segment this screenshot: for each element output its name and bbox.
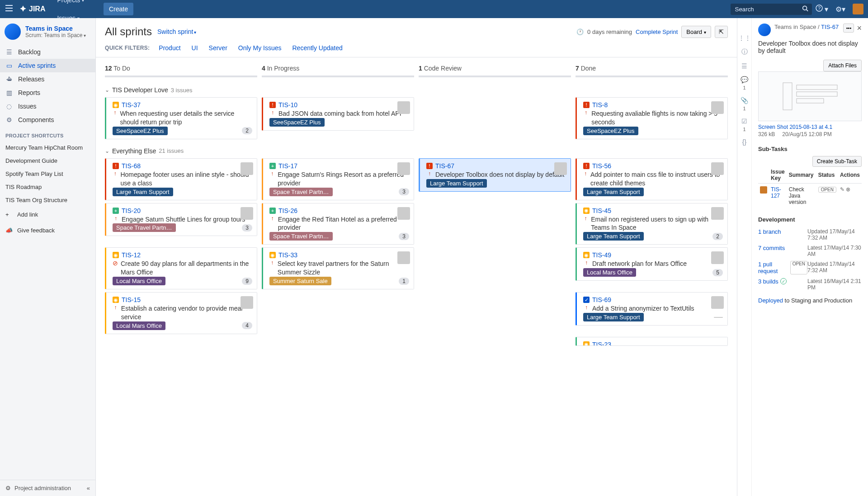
detail-comments-icon[interactable]: 💬 (737, 76, 752, 83)
epic-badge[interactable]: Large Team Support (113, 188, 173, 196)
filter-recently-updated[interactable]: Recently Updated (292, 44, 343, 52)
assignee-avatar[interactable] (711, 101, 724, 114)
assignee-avatar[interactable] (711, 296, 724, 309)
search-input[interactable] (731, 4, 812, 15)
help-icon[interactable]: ? ▾ (812, 5, 832, 14)
attachment-thumbnail[interactable] (758, 71, 862, 121)
swimlane-header[interactable]: ⌄Everything Else21 issues (105, 142, 728, 158)
detail-description-icon[interactable]: ☰ (737, 62, 752, 70)
epic-badge[interactable]: SeeSpaceEZ Plus (269, 118, 325, 127)
swimlane-header[interactable]: ⌄TIS Developer Love3 issues (105, 81, 728, 97)
issue-key-link[interactable]: TIS-10 (278, 101, 297, 109)
project-admin-link[interactable]: Project administration (14, 485, 71, 491)
delete-icon[interactable]: ⊗ (846, 186, 850, 193)
issue-key-link[interactable]: TIS-23 (592, 341, 611, 346)
attachment-filename-link[interactable]: Screen Shot 2015-08-13 at 4.1 (758, 124, 862, 130)
sidebar-item-active-sprints[interactable]: ▭Active sprints (0, 59, 95, 72)
issue-card[interactable]: ◉TIS-37↑When requesting user details the… (105, 97, 257, 139)
assignee-avatar[interactable] (397, 207, 410, 220)
sidebar-item-backlog[interactable]: ☰Backlog (0, 45, 95, 59)
issue-key-link[interactable]: TIS-8 (592, 101, 608, 109)
attach-files-button[interactable]: Attach Files (823, 60, 862, 71)
create-subtask-button[interactable]: Create Sub-Task (812, 156, 862, 167)
board-dropdown-button[interactable]: Board▾ (681, 26, 711, 38)
dev-link[interactable]: 3 builds (758, 278, 778, 291)
epic-badge[interactable]: SeeSpaceEZ Plus (113, 127, 168, 135)
collapse-sidebar-icon[interactable]: « (87, 485, 90, 491)
issue-card[interactable]: !TIS-68↑Homepage footer uses an inline s… (105, 158, 257, 200)
issue-key-link[interactable]: TIS-37 (122, 101, 141, 109)
epic-badge[interactable]: Local Mars Office (113, 277, 165, 285)
issue-key-link[interactable]: TIS-67 (435, 162, 454, 170)
assignee-avatar[interactable] (711, 162, 724, 175)
sidebar-item-issues[interactable]: ◌Issues (0, 99, 95, 113)
sidebar-item-reports[interactable]: ▥Reports (0, 86, 95, 99)
issue-card[interactable]: +TIS-26↑Engage the Red Titan Hotel as a … (262, 203, 414, 245)
menu-icon[interactable] (5, 4, 15, 14)
dev-link[interactable]: 7 commits (758, 245, 785, 257)
issue-card[interactable]: !TIS-8↑Requesting avaliable flights is n… (576, 97, 728, 139)
issue-card[interactable]: !TIS-56↑Add pointer to main css file to … (576, 158, 728, 200)
issue-card[interactable]: +TIS-20↑Engage Saturn Shuttle Lines for … (105, 203, 257, 236)
detail-more-button[interactable]: ••• (843, 24, 854, 33)
filter-only-my-issues[interactable]: Only My Issues (238, 44, 282, 52)
issue-card[interactable]: ◉TIS-49↑Draft network plan for Mars Offi… (576, 247, 728, 281)
issue-card[interactable]: ◉TIS-12⊘Create 90 day plans for all depa… (105, 247, 257, 289)
epic-badge[interactable]: SeeSpaceEZ Plus (583, 127, 638, 135)
assignee-avatar[interactable] (397, 101, 410, 114)
epic-badge[interactable]: Large Team Support (426, 179, 487, 188)
issue-card[interactable]: ◉TIS-45↑Email non registered users to si… (576, 203, 728, 245)
shortcut-link[interactable]: Development Guide (0, 154, 95, 167)
assignee-avatar[interactable] (241, 162, 253, 175)
epic-badge[interactable]: Local Mars Office (113, 321, 165, 330)
issue-key-link[interactable]: TIS-12 (122, 251, 141, 259)
project-subtitle[interactable]: Scrum: Teams in Space▾ (25, 32, 86, 38)
dev-link[interactable]: 1 branch (758, 228, 781, 241)
dev-link[interactable]: 1 pull request (758, 261, 788, 274)
settings-icon[interactable]: ⚙▾ (832, 5, 849, 14)
assignee-avatar[interactable] (397, 162, 410, 175)
edit-icon[interactable]: ✎ (840, 186, 844, 193)
detail-info-icon[interactable]: ⓘ (737, 48, 752, 56)
detail-close-button[interactable]: × (857, 24, 862, 33)
detail-dev-icon[interactable]: {} (737, 138, 752, 146)
project-header[interactable]: Teams in Space Scrum: Teams in Space▾ (0, 18, 95, 45)
issue-key-link[interactable]: TIS-15 (122, 296, 141, 303)
detail-subtasks-icon[interactable]: ☑ (737, 118, 752, 125)
issue-card[interactable]: !TIS-67↑Developer Toolbox does not displ… (419, 158, 571, 192)
epic-badge[interactable]: Large Team Support (583, 188, 644, 196)
user-avatar[interactable] (853, 4, 863, 14)
issue-key-link[interactable]: TIS-26 (278, 207, 297, 214)
shortcut-link[interactable]: Mercury Team HipChat Room (0, 141, 95, 154)
complete-sprint-link[interactable]: Complete Sprint (636, 28, 678, 35)
shortcut-link[interactable]: TIS Team Org Structure (0, 194, 95, 207)
shortcut-link[interactable]: TIS Roadmap (0, 180, 95, 194)
issue-card[interactable]: ✓TIS-69↑Add a String anonymizer to TextU… (576, 292, 728, 326)
issue-key-link[interactable]: TIS-69 (592, 296, 611, 303)
assignee-avatar[interactable] (760, 186, 767, 194)
sidebar-item-components[interactable]: ⚙Components (0, 113, 95, 127)
assignee-avatar[interactable] (554, 162, 567, 175)
issue-card[interactable]: !TIS-10↑Bad JSON data coming back from h… (262, 97, 414, 131)
give-feedback[interactable]: 📣Give feedback (0, 222, 95, 238)
issue-key-link[interactable]: TIS-20 (122, 207, 141, 214)
create-button[interactable]: Create (104, 3, 133, 15)
filter-server[interactable]: Server (209, 44, 227, 52)
epic-badge[interactable]: Large Team Support (583, 232, 644, 241)
issue-card[interactable]: ◉TIS-23 (576, 337, 728, 346)
issue-key-link[interactable]: TIS-45 (592, 207, 611, 214)
detail-drag-icon[interactable]: ⋮⋮ (737, 34, 752, 42)
epic-badge[interactable]: Space Travel Partn… (113, 223, 176, 232)
epic-badge[interactable]: Large Team Support (583, 313, 644, 321)
assignee-avatar[interactable] (241, 207, 253, 220)
assignee-avatar[interactable] (397, 251, 410, 264)
nav-projects[interactable]: Projects▾ (52, 0, 100, 9)
filter-product[interactable]: Product (159, 44, 180, 52)
assignee-avatar[interactable] (711, 207, 724, 220)
detail-attachments-icon[interactable]: 📎 (737, 97, 752, 104)
sidebar-item-releases[interactable]: ⛴Releases (0, 72, 95, 86)
issue-key-link[interactable]: TIS-49 (592, 251, 611, 259)
switch-sprint-link[interactable]: Switch sprint▾ (157, 28, 196, 35)
issue-key-link[interactable]: TIS-17 (278, 162, 297, 170)
issue-key-link[interactable]: TIS-56 (592, 162, 611, 170)
